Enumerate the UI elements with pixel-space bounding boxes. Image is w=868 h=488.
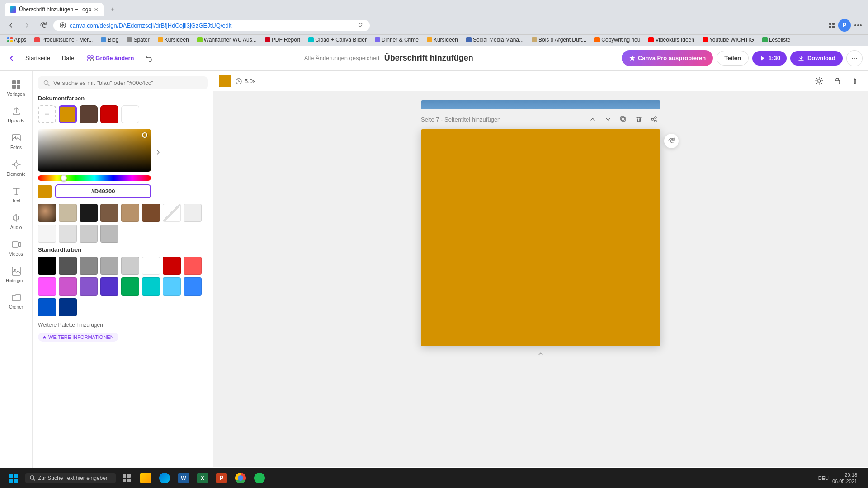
page-share-btn[interactable] [648, 113, 660, 126]
color-swatch-brown2[interactable] [100, 204, 118, 222]
undo-btn[interactable] [142, 51, 156, 66]
gradient-area[interactable] [38, 129, 151, 198]
page-move-up-btn[interactable] [586, 113, 599, 126]
profile-avatar[interactable]: P [838, 19, 851, 32]
canvas-scroll[interactable]: Seite 7 - Seitentitel hinzufügen [213, 91, 868, 467]
std-gray[interactable] [80, 257, 98, 275]
play-btn[interactable]: 1:30 [752, 51, 787, 66]
windows-start-btn[interactable] [4, 470, 24, 486]
expand-panel-btn[interactable] [153, 147, 164, 158]
taskbar-spotify-btn[interactable] [250, 469, 269, 487]
std-darkpurple[interactable] [100, 277, 118, 296]
more-options-btn[interactable]: ··· [846, 50, 863, 66]
sidebar-item-vorlagen[interactable]: Vorlagen [2, 75, 31, 100]
std-blue[interactable] [184, 277, 202, 296]
color-swatch-slash[interactable] [163, 204, 181, 222]
taskbar-word-btn[interactable]: W [175, 469, 193, 487]
resize-btn[interactable]: Größe ändern [83, 52, 138, 64]
forward-nav-btn[interactable] [21, 19, 33, 32]
bookmark-social[interactable]: Social Media Mana... [463, 36, 526, 44]
sidebar-item-fotos[interactable]: Fotos [2, 129, 31, 154]
canvas-color-indicator[interactable] [219, 75, 231, 87]
bookmark-cload[interactable]: Cload + Canva Bilder [306, 36, 369, 44]
url-bar[interactable]: canva.com/design/DAEdomzscjI/drBfjHdCojl… [53, 20, 370, 31]
bookmark-copy[interactable]: Copywriting neu [592, 36, 643, 44]
add-color-btn[interactable]: + [38, 105, 56, 123]
hue-slider[interactable] [38, 175, 151, 181]
std-teal[interactable] [142, 277, 160, 296]
notification-btn[interactable] [861, 474, 864, 483]
add-palette-btn[interactable]: Weitere Palette hinzufügen [38, 322, 208, 328]
sidebar-item-text[interactable]: Text [2, 182, 31, 207]
extensions-icon[interactable] [827, 21, 836, 30]
bookmark-bois[interactable]: Bois d'Argent Duft... [529, 36, 589, 44]
std-lavender[interactable] [59, 277, 77, 296]
color-swatch-lightgray1[interactable] [59, 225, 77, 243]
std-purple[interactable] [80, 277, 98, 296]
more-info-btn[interactable]: ★ WEITERE INFORMATIONEN [38, 333, 118, 342]
bookmark-apps[interactable]: Apps [5, 36, 29, 44]
back-nav-btn[interactable] [5, 19, 17, 32]
sidebar-item-uploads[interactable]: Uploads [2, 102, 31, 127]
doc-color-gold[interactable] [59, 105, 77, 123]
taskbar-fileexplorer-btn[interactable] [137, 469, 155, 487]
bookmark-kursideen2[interactable]: Kursideen [424, 36, 461, 44]
sidebar-item-ordner[interactable]: Ordner [2, 288, 31, 313]
std-lightgray[interactable] [121, 257, 139, 275]
color-swatch-tan[interactable] [121, 204, 139, 222]
page-delete-btn[interactable] [632, 113, 645, 126]
canvas-settings-btn[interactable] [812, 74, 826, 88]
canvas-share-btn[interactable] [848, 74, 863, 88]
bookmark-kursideen[interactable]: Kursideen [155, 36, 192, 44]
std-darkblue[interactable] [38, 298, 56, 316]
taskbar-search[interactable]: Zur Suche Text hier eingeben [25, 473, 116, 483]
std-midgray[interactable] [100, 257, 118, 275]
std-darkgray[interactable] [59, 257, 77, 275]
page-refresh-btn[interactable] [664, 134, 679, 148]
std-pink[interactable] [38, 277, 56, 296]
bookmark-blog[interactable]: Blog [98, 36, 121, 44]
taskbar-edge-btn[interactable] [156, 469, 174, 487]
sidebar-item-videos[interactable]: Videos [2, 235, 31, 260]
share-btn[interactable]: Teilen [717, 51, 749, 66]
pro-upgrade-btn[interactable]: ★ Canva Pro ausprobieren [622, 50, 713, 66]
sidebar-item-elemente[interactable]: Elemente [2, 155, 31, 180]
std-white[interactable] [142, 257, 160, 275]
color-search-bar[interactable] [38, 76, 208, 89]
color-swatch-dark[interactable] [80, 204, 98, 222]
bookmark-youtube[interactable]: Youtube WICHTIG [700, 36, 757, 44]
color-swatch-white2[interactable] [38, 225, 56, 243]
std-navy[interactable] [59, 298, 77, 316]
browser-menu-btn[interactable] [853, 23, 863, 28]
std-red[interactable] [163, 257, 181, 275]
std-green[interactable] [121, 277, 139, 296]
sidebar-item-hintergrund[interactable]: Hintergru... [2, 262, 31, 286]
bookmark-wahlfacher[interactable]: Wahlfächer WU Aus... [194, 36, 259, 44]
download-btn[interactable]: Download [790, 51, 843, 66]
color-swatch-lightgray3[interactable] [100, 225, 118, 243]
taskbar-chrome-btn[interactable] [231, 469, 250, 487]
photo-swatch-0[interactable] [38, 204, 56, 222]
color-search-input[interactable] [53, 80, 202, 86]
file-menu-btn[interactable]: Datei [57, 52, 80, 64]
bookmark-pdf[interactable]: PDF Report [262, 36, 303, 44]
std-lightred[interactable] [184, 257, 202, 275]
bookmark-leseliste[interactable]: Leseliste [760, 36, 793, 44]
bookmark-dinner[interactable]: Dinner & Crime [372, 36, 421, 44]
std-cyan[interactable] [163, 277, 181, 296]
gradient-picker[interactable] [38, 129, 151, 172]
page-move-down-btn[interactable] [602, 113, 614, 126]
home-btn[interactable]: Startseite [21, 52, 55, 64]
tab-close-btn[interactable]: ✕ [94, 7, 98, 13]
new-tab-btn[interactable]: + [106, 3, 119, 16]
std-black[interactable] [38, 257, 56, 275]
doc-color-white[interactable] [121, 105, 139, 123]
hex-input[interactable] [55, 184, 151, 198]
taskbar-powerpoint-btn[interactable]: P [212, 469, 231, 487]
doc-color-brown[interactable] [80, 105, 98, 123]
sidebar-item-audio[interactable]: Audio [2, 209, 31, 234]
color-swatch-white1[interactable] [184, 204, 202, 222]
color-swatch-lightgray2[interactable] [80, 225, 98, 243]
doc-color-red[interactable] [100, 105, 118, 123]
page-duplicate-btn[interactable] [617, 113, 630, 126]
